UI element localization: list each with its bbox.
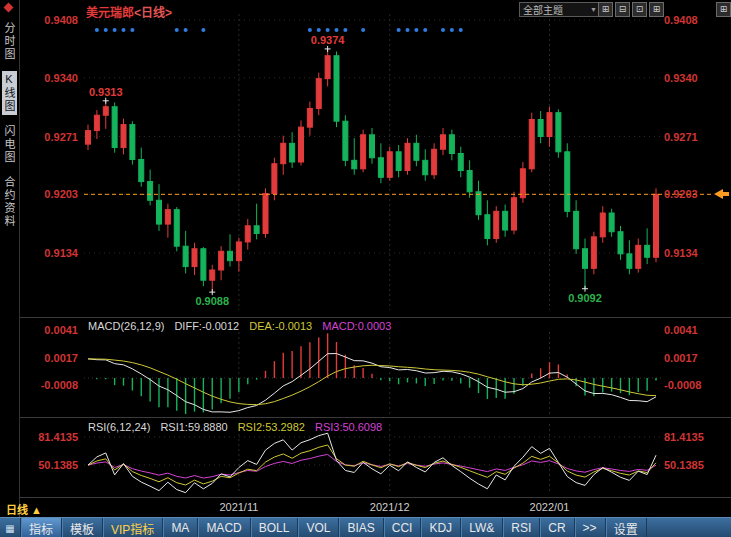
theme-selector[interactable]: 全部主题 ▼: [519, 2, 601, 17]
price-axis-label: 0.9134: [28, 247, 78, 259]
kline-gridlines: [84, 14, 662, 310]
toolbar-menu-icon[interactable]: ▦: [0, 518, 21, 537]
candles: [86, 49, 659, 292]
toolbar-item-indicators[interactable]: 指标: [21, 518, 62, 537]
toolbar-item-bias[interactable]: BIAS: [339, 518, 383, 537]
svg-text:0.9092: 0.9092: [568, 292, 602, 304]
sidebar-item-minute-chart[interactable]: 分时图: [2, 20, 17, 63]
price-axis-label: 0.9134: [664, 247, 716, 259]
macd-header: MACD(26,12,9)DIFF:-0.0012DEA:-0.0013MACD…: [88, 320, 401, 332]
rsi-header-rsi3: RSI3:50.6098: [315, 421, 382, 433]
macd-axis-label: 0.0017: [28, 352, 78, 364]
symbol-name: 美元瑞郎: [86, 6, 134, 20]
kline-chart[interactable]: 0.93130.93740.90880.9092: [0, 0, 731, 317]
window-layout-buttons: ⊞⊟⊡⊞: [598, 2, 664, 17]
period-tab-label: 日线: [6, 504, 28, 516]
macd-dea-line: [88, 359, 656, 405]
toolbar-item-lwr[interactable]: LW&: [461, 518, 503, 537]
rsi-header-rsi1: RSI1:59.8880: [160, 421, 227, 433]
svg-text:0.9374: 0.9374: [311, 34, 346, 46]
rsi3-line: [88, 454, 656, 478]
current-price-marker: [714, 189, 723, 199]
toolbar-item-cr[interactable]: CR: [540, 518, 574, 537]
price-axis-label: 0.9340: [664, 72, 716, 84]
macd-diff-line: [88, 354, 656, 413]
toolbar-item-settings[interactable]: 设置: [606, 518, 647, 537]
price-axis-label: 0.9203: [28, 188, 78, 200]
x-axis-month-label: 2022/01: [518, 501, 582, 513]
symbol-title: 美元瑞郎<日线>: [86, 3, 172, 20]
rsi-axis-label: 50.1385: [664, 459, 716, 471]
panel-separator: [20, 497, 731, 498]
macd-axis-label: 0.0041: [664, 324, 716, 336]
rsi-header-rsi2: RSI2:53.2982: [238, 421, 305, 433]
toolbar-item-boll[interactable]: BOLL: [251, 518, 299, 537]
macd-axis-label: 0.0041: [28, 324, 78, 336]
price-axis-label: 0.9408: [28, 14, 78, 26]
layout-button-3[interactable]: ⊡: [632, 2, 647, 17]
theme-selector-label: 全部主题: [523, 2, 563, 17]
price-axis-label: 0.9408: [664, 14, 716, 26]
toolbar-item-cci[interactable]: CCI: [384, 518, 422, 537]
layout-button-2[interactable]: ⊟: [615, 2, 630, 17]
rsi-axis-label: 81.4135: [664, 431, 716, 443]
macd-panel-chart[interactable]: [0, 318, 731, 417]
sidebar-item-contract-info[interactable]: 合约资料: [2, 174, 17, 230]
x-axis-month-label: 2021/11: [207, 501, 271, 513]
period-tab-daily[interactable]: 日线 ▲: [6, 501, 42, 517]
signal-dots: [95, 28, 463, 32]
triangle-up-icon: ▲: [31, 504, 42, 516]
rsi1-line: [88, 433, 656, 492]
macd-axis-label: 0.0017: [664, 352, 716, 364]
rsi-header-name: RSI(6,12,24): [88, 421, 150, 433]
toolbar-item-templates[interactable]: 模板: [62, 518, 103, 537]
macd-header-macd: MACD:0.0003: [322, 320, 391, 332]
rsi-axis-label: 50.1385: [28, 459, 78, 471]
layout-button-1[interactable]: ⊞: [598, 2, 613, 17]
layout-button-4[interactable]: ⊞: [649, 2, 664, 17]
macd-axis-label: -0.0008: [664, 379, 716, 391]
toolbar-item-macd[interactable]: MACD: [198, 518, 250, 537]
rsi-header: RSI(6,12,24)RSI1:59.8880RSI2:53.2982RSI3…: [88, 421, 392, 433]
left-sidebar: 分时图K线图闪电图合约资料: [0, 0, 20, 517]
corner-layout-button[interactable]: ⊞: [716, 2, 731, 17]
period-indicator: <日线>: [134, 6, 172, 20]
macd-header-name: MACD(26,12,9): [88, 320, 164, 332]
price-axis-label: 0.9271: [28, 131, 78, 143]
bottom-toolbar: ▦指标模板VIP指标MAMACDBOLLVOLBIASCCIKDJLW&RSIC…: [0, 517, 731, 537]
toolbar-item-ma[interactable]: MA: [163, 518, 198, 537]
macd-header-diff: DIFF:-0.0012: [174, 320, 239, 332]
toolbar-item-rsi[interactable]: RSI: [503, 518, 540, 537]
svg-text:0.9313: 0.9313: [89, 86, 123, 98]
trading-app-window: 分时图K线图闪电图合约资料 美元瑞郎<日线> 全部主题 ▼ ⊞⊟⊡⊞ ⊞ 0.9…: [0, 0, 731, 537]
current-price-marker-tail: [723, 192, 729, 196]
macd-histogram: [88, 333, 656, 414]
price-axis-label: 0.9271: [664, 131, 716, 143]
price-axis-label: 0.9340: [28, 72, 78, 84]
x-axis-month-label: 2021/12: [358, 501, 422, 513]
price-axis-label: 0.9203: [664, 188, 716, 200]
toolbar-item-more[interactable]: >>: [575, 518, 606, 537]
macd-axis-label: -0.0008: [28, 379, 78, 391]
sidebar-item-flash-chart[interactable]: 闪电图: [2, 123, 17, 166]
toolbar-item-vol[interactable]: VOL: [298, 518, 339, 537]
svg-text:0.9088: 0.9088: [195, 295, 229, 307]
sidebar-item-kline-chart[interactable]: K线图: [2, 71, 17, 115]
macd-header-dea: DEA:-0.0013: [249, 320, 312, 332]
rsi-axis-label: 81.4135: [28, 431, 78, 443]
panel-separator: [20, 417, 731, 418]
toolbar-item-kdj[interactable]: KDJ: [421, 518, 461, 537]
panel-separator: [20, 317, 731, 318]
chevron-down-icon: ▼: [590, 6, 597, 13]
toolbar-item-vip-indicators[interactable]: VIP指标: [103, 518, 163, 537]
